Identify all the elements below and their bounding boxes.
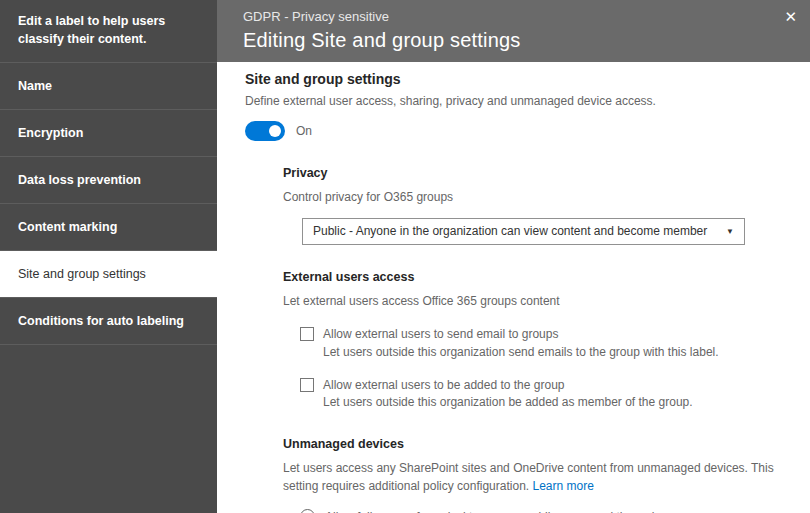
sidebar-item-label: Content marking [18,220,117,234]
sidebar-item-label: Data loss prevention [18,173,141,187]
sidebar-item-conditions-for-auto-labeling[interactable]: Conditions for auto labeling [0,297,217,344]
checkbox-allow-send-email[interactable] [300,327,314,341]
toggle-knob-icon [269,125,281,137]
sidebar-intro-text: Edit a label to help users classify thei… [0,0,217,62]
privacy-section: Privacy Control privacy for O365 groups … [283,166,810,245]
unmanaged-devices-radio-group: Allow full access from desktop apps, mob… [283,509,810,513]
chevron-down-icon: ▼ [726,227,734,236]
radio-row-full-access: Allow full access from desktop apps, mob… [300,509,810,513]
panel-header: GDPR - Privacy sensitive Editing Site an… [217,0,810,62]
sidebar-item-label: Name [18,79,52,93]
unmanaged-devices-description: Let users access any SharePoint sites an… [283,459,810,496]
privacy-dropdown-value: Public - Anyone in the organization can … [313,224,707,238]
sidebar-filler [0,344,217,444]
settings-section-title: Site and group settings [245,71,810,87]
page-title: Editing Site and group settings [243,29,810,52]
checkbox-row-send-email: Allow external users to send email to gr… [300,326,810,361]
unmanaged-devices-section: Unmanaged devices Let users access any S… [283,437,810,513]
settings-panel: Site and group settings Define external … [217,62,810,513]
checkbox-allow-be-added[interactable] [300,378,314,392]
label-settings-sidebar: Edit a label to help users classify thei… [0,0,217,513]
external-users-title: External users access [283,270,810,284]
learn-more-link[interactable]: Learn more [533,479,594,493]
checkbox-label[interactable]: Allow external users to send email to gr… [323,326,719,343]
sidebar-item-label: Encryption [18,126,83,140]
site-group-settings-toggle[interactable] [245,121,285,141]
close-icon[interactable]: ✕ [784,9,797,24]
sidebar-item-content-marking[interactable]: Content marking [0,203,217,250]
sidebar-item-data-loss-prevention[interactable]: Data loss prevention [0,156,217,203]
external-users-description: Let external users access Office 365 gro… [283,292,810,311]
checkbox-sublabel: Let users outside this organization be a… [323,394,693,411]
sidebar-item-encryption[interactable]: Encryption [0,109,217,156]
sidebar-item-label: Conditions for auto labeling [18,314,184,328]
privacy-description: Control privacy for O365 groups [283,188,810,207]
unmanaged-devices-title: Unmanaged devices [283,437,810,451]
unmanaged-devices-description-text: Let users access any SharePoint sites an… [283,461,774,494]
privacy-title: Privacy [283,166,810,180]
radio-allow-full-access[interactable] [300,509,315,513]
external-users-section: External users access Let external users… [283,270,810,412]
label-name-text: GDPR - Privacy sensitive [243,9,810,24]
checkbox-label[interactable]: Allow external users to be added to the … [323,377,693,394]
toggle-row: On [245,121,810,141]
settings-section-description: Define external user access, sharing, pr… [245,94,810,108]
toggle-state-label: On [296,124,312,138]
privacy-dropdown[interactable]: Public - Anyone in the organization can … [302,218,745,245]
checkbox-row-be-added: Allow external users to be added to the … [300,377,810,412]
checkbox-sublabel: Let users outside this organization send… [323,344,719,361]
sidebar-item-name[interactable]: Name [0,62,217,109]
sidebar-item-label: Site and group settings [18,267,146,281]
sidebar-item-site-and-group-settings[interactable]: Site and group settings [0,250,217,297]
